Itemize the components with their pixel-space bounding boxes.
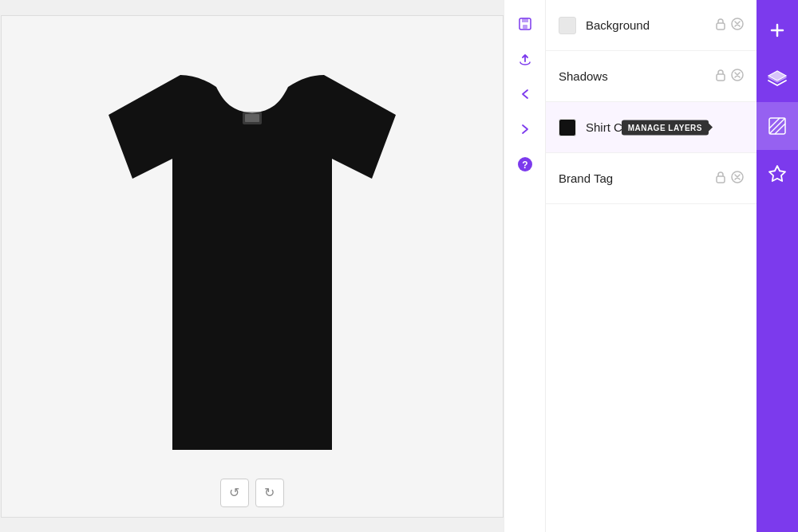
back-button[interactable] <box>511 80 539 108</box>
accent-bar <box>757 0 798 532</box>
svg-rect-1 <box>245 114 259 122</box>
layer-row-brand-tag[interactable]: Brand Tag <box>546 153 757 204</box>
svg-rect-4 <box>523 25 527 29</box>
svg-line-15 <box>769 118 780 128</box>
background-close-icon[interactable] <box>731 18 744 33</box>
forward-button[interactable] <box>511 115 539 144</box>
layer-row-shirt-color[interactable]: Shirt Color MANAGE LAYERS <box>546 102 757 153</box>
background-actions <box>715 18 744 33</box>
svg-rect-9 <box>717 74 725 81</box>
shadows-lock-icon[interactable] <box>715 69 726 84</box>
tshirt-preview <box>61 59 444 474</box>
manage-layers-button[interactable] <box>757 102 798 150</box>
layer-row-background[interactable]: Background <box>546 0 757 51</box>
save-button[interactable] <box>511 10 539 38</box>
favorites-button[interactable] <box>757 150 798 198</box>
redo-button[interactable]: ↻ <box>255 479 284 507</box>
canvas-area: ↺ ↻ <box>0 0 504 532</box>
brand-tag-close-icon[interactable] <box>731 171 744 186</box>
shirt-color-swatch <box>559 119 576 136</box>
tshirt-svg <box>61 59 444 474</box>
background-lock-icon[interactable] <box>715 18 726 33</box>
shadows-label: Shadows <box>559 69 715 83</box>
background-swatch <box>559 17 576 34</box>
help-button[interactable]: ? <box>511 150 539 179</box>
layers-panel: Background Shadows <box>545 0 757 532</box>
svg-rect-3 <box>522 18 528 22</box>
shirt-color-label: Shirt Color <box>586 120 744 134</box>
canvas-frame: ↺ ↻ <box>1 15 504 518</box>
brand-tag-label: Brand Tag <box>559 171 715 185</box>
brand-tag-lock-icon[interactable] <box>715 171 726 186</box>
layers-button[interactable] <box>757 54 798 102</box>
svg-rect-11 <box>717 176 725 183</box>
add-layer-button[interactable] <box>757 6 798 54</box>
svg-line-16 <box>775 124 785 134</box>
svg-rect-7 <box>717 23 725 30</box>
svg-text:?: ? <box>522 160 527 171</box>
undo-button[interactable]: ↺ <box>220 479 249 507</box>
icon-toolbar: ? <box>504 0 545 532</box>
shadows-actions <box>715 69 744 84</box>
shadows-close-icon[interactable] <box>731 69 744 84</box>
layer-row-shadows[interactable]: Shadows <box>546 51 757 102</box>
brand-tag-actions <box>715 171 744 186</box>
background-label: Background <box>586 18 715 32</box>
bottom-toolbar: ↺ ↻ <box>220 479 284 507</box>
upload-button[interactable] <box>511 45 539 73</box>
